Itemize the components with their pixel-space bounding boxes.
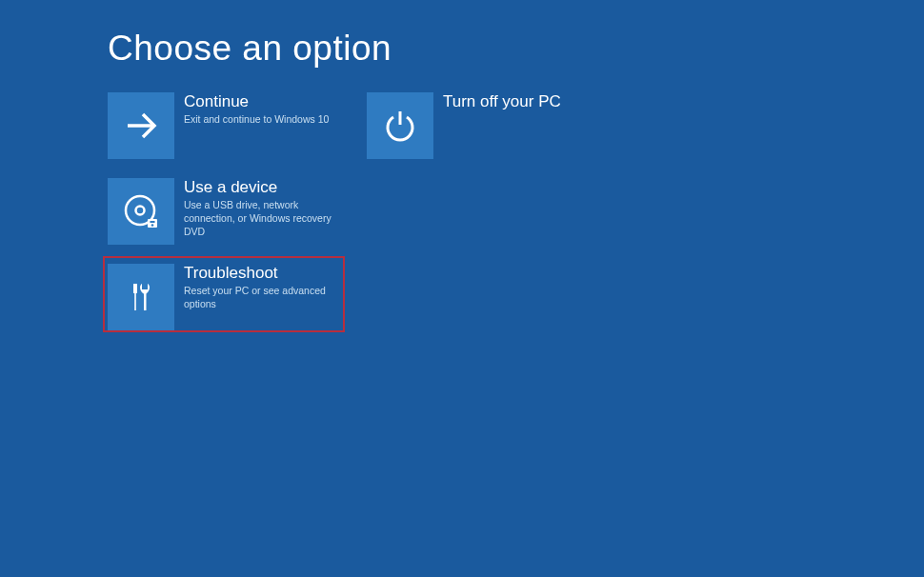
turnoff-tile[interactable]: Turn off your PC bbox=[367, 92, 616, 169]
svg-point-3 bbox=[136, 207, 145, 215]
power-icon bbox=[367, 92, 433, 159]
svg-rect-7 bbox=[133, 284, 137, 293]
options-grid: Continue Exit and continue to Windows 10… bbox=[108, 92, 616, 340]
turnoff-title: Turn off your PC bbox=[443, 92, 561, 111]
troubleshoot-desc: Reset your PC or see advanced options bbox=[184, 285, 346, 310]
svg-rect-5 bbox=[151, 221, 155, 223]
usedevice-text: Use a device Use a USB drive, network co… bbox=[174, 178, 346, 238]
troubleshoot-text: Troubleshoot Reset your PC or see advanc… bbox=[174, 264, 346, 311]
troubleshoot-title: Troubleshoot bbox=[184, 264, 346, 283]
usedevice-desc: Use a USB drive, network connection, or … bbox=[184, 199, 346, 238]
disc-icon bbox=[108, 178, 174, 245]
usedevice-tile[interactable]: Use a device Use a USB drive, network co… bbox=[108, 178, 357, 254]
continue-desc: Exit and continue to Windows 10 bbox=[184, 113, 329, 127]
continue-text: Continue Exit and continue to Windows 10 bbox=[174, 92, 329, 127]
turnoff-text: Turn off your PC bbox=[433, 92, 561, 113]
svg-point-6 bbox=[151, 224, 154, 227]
arrow-right-icon bbox=[108, 92, 174, 159]
continue-title: Continue bbox=[184, 92, 329, 111]
continue-tile[interactable]: Continue Exit and continue to Windows 10 bbox=[108, 92, 357, 169]
usedevice-title: Use a device bbox=[184, 178, 346, 197]
empty-cell bbox=[367, 178, 616, 254]
svg-rect-9 bbox=[144, 293, 147, 310]
page-title: Choose an option bbox=[108, 29, 392, 69]
svg-rect-8 bbox=[134, 293, 136, 310]
troubleshoot-tile[interactable]: Troubleshoot Reset your PC or see advanc… bbox=[108, 264, 357, 340]
tools-icon bbox=[108, 264, 174, 330]
